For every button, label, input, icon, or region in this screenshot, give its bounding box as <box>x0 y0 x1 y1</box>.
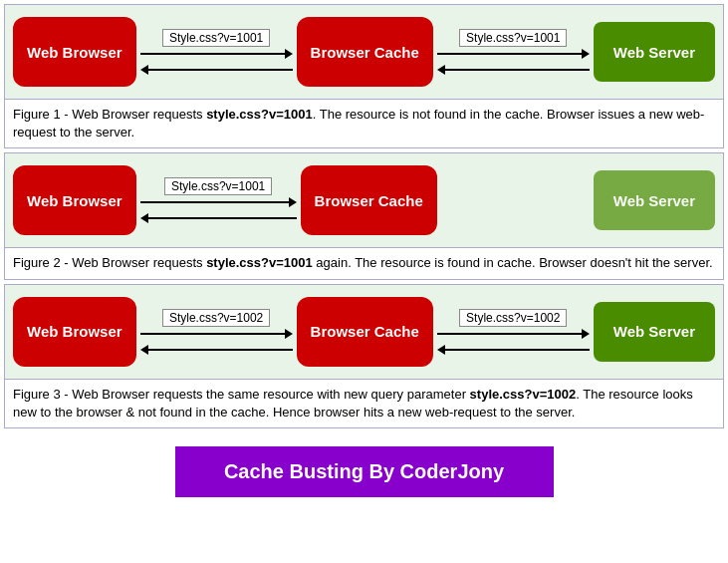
server-arrowhead-left-1 <box>437 65 445 75</box>
web-server-box-1: Web Server <box>594 22 715 82</box>
figure-1-caption: Figure 1 - Web Browser requests style.cs… <box>5 99 723 147</box>
server-arrowhead-left-3 <box>437 345 445 355</box>
figure-2-diagram: Web Browser Style.css?v=1001 Browser Cac… <box>5 153 723 247</box>
server-arrow-label-1: Style.css?v=1001 <box>459 29 567 47</box>
server-line-right-1 <box>437 53 582 55</box>
line-right-1 <box>140 53 285 55</box>
arrowhead-left-2 <box>140 213 148 223</box>
web-browser-box-3: Web Browser <box>13 297 136 367</box>
caption-2-text: - Web Browser requests <box>61 255 206 270</box>
web-server-label-2: Web Server <box>613 192 695 209</box>
right-arrow-1 <box>140 49 293 59</box>
browser-cache-arrows-2: Style.css?v=1001 <box>136 177 301 223</box>
left-arrow-1 <box>140 65 293 75</box>
server-arrows-3: Style.css?v=1002 <box>433 309 594 355</box>
server-line-left-1 <box>445 69 590 71</box>
right-arrow-3 <box>140 329 293 339</box>
arrowhead-right-3 <box>285 329 293 339</box>
figure-3-caption: Figure 3 - Web Browser requests the same… <box>5 379 723 427</box>
line-left-1 <box>148 69 293 71</box>
browser-cache-label-3: Browser Cache <box>311 323 419 340</box>
left-arrow-3 <box>140 345 293 355</box>
figure-3-section: Web Browser Style.css?v=1002 Browser Cac… <box>4 284 724 428</box>
server-left-arrow-3 <box>437 345 590 355</box>
browser-cache-arrows-3: Style.css?v=1002 <box>136 309 297 355</box>
cache-busting-banner: Cache Busting By CoderJony <box>175 446 554 497</box>
banner-text: Cache Busting By CoderJony <box>224 460 504 482</box>
line-right-3 <box>140 333 285 335</box>
left-arrow-2 <box>140 213 297 223</box>
server-line-right-3 <box>437 333 582 335</box>
server-left-arrow-1 <box>437 65 590 75</box>
caption-3-prefix: Figure 3 <box>13 387 61 402</box>
arrowhead-right-2 <box>289 197 297 207</box>
web-server-box-2: Web Server <box>594 170 715 230</box>
right-arrow-2 <box>140 197 297 207</box>
arrow-label-group-3: Style.css?v=1002 <box>140 309 293 339</box>
arrow-label-1: Style.css?v=1001 <box>162 29 270 47</box>
caption-3-bold: style.css?v=1002 <box>470 387 577 402</box>
caption-2-bold: style.css?v=1001 <box>206 255 313 270</box>
server-right-arrow-3 <box>437 329 590 339</box>
web-server-label-1: Web Server <box>613 44 695 61</box>
arrow-label-group-1: Style.css?v=1001 <box>140 29 293 59</box>
server-arrow-label-group-1: Style.css?v=1001 <box>437 29 590 59</box>
caption-1-text: - Web Browser requests <box>61 107 206 122</box>
browser-cache-arrows-1: Style.css?v=1001 <box>136 29 297 75</box>
server-arrowhead-right-3 <box>582 329 590 339</box>
caption-1-prefix: Figure 1 <box>13 107 61 122</box>
browser-cache-box-1: Browser Cache <box>297 17 433 87</box>
arrowhead-left-1 <box>140 65 148 75</box>
browser-cache-label-1: Browser Cache <box>311 44 419 61</box>
figure-2-section: Web Browser Style.css?v=1001 Browser Cac… <box>4 152 724 279</box>
line-right-2 <box>140 201 289 203</box>
caption-3-text: - Web Browser requests the same resource… <box>61 387 470 402</box>
server-arrows-1: Style.css?v=1001 <box>433 29 594 75</box>
web-browser-label-3: Web Browser <box>27 323 122 340</box>
web-server-box-3: Web Server <box>594 302 715 362</box>
web-browser-box-1: Web Browser <box>13 17 136 87</box>
arrow-label-3: Style.css?v=1002 <box>162 309 270 327</box>
caption-2-suffix: again. The resource is found in cache. B… <box>313 255 713 270</box>
web-browser-box-2: Web Browser <box>13 165 136 235</box>
server-arrowhead-right-1 <box>582 49 590 59</box>
browser-cache-label-2: Browser Cache <box>315 192 423 209</box>
server-right-arrow-1 <box>437 49 590 59</box>
browser-cache-box-2: Browser Cache <box>301 165 437 235</box>
web-browser-label-2: Web Browser <box>27 192 122 209</box>
caption-2-prefix: Figure 2 <box>13 255 61 270</box>
web-browser-label-1: Web Browser <box>27 44 122 61</box>
banner-container: Cache Busting By CoderJony <box>0 446 728 497</box>
browser-cache-box-3: Browser Cache <box>297 297 433 367</box>
arrow-label-2: Style.css?v=1001 <box>164 177 272 195</box>
figure-3-diagram: Web Browser Style.css?v=1002 Browser Cac… <box>5 285 723 379</box>
arrowhead-left-3 <box>140 345 148 355</box>
line-left-2 <box>148 217 297 219</box>
server-arrow-label-group-3: Style.css?v=1002 <box>437 309 590 339</box>
server-arrow-label-3: Style.css?v=1002 <box>459 309 567 327</box>
arrow-label-group-2: Style.css?v=1001 <box>140 177 297 207</box>
figure-1-diagram: Web Browser Style.css?v=1001 Brows <box>5 5 723 99</box>
web-server-label-3: Web Server <box>613 323 695 340</box>
figure-1-section: Web Browser Style.css?v=1001 Brows <box>4 4 724 148</box>
arrowhead-right-1 <box>285 49 293 59</box>
caption-1-bold: style.css?v=1001 <box>206 107 313 122</box>
line-left-3 <box>148 349 293 351</box>
server-line-left-3 <box>445 349 590 351</box>
figure-2-caption: Figure 2 - Web Browser requests style.cs… <box>5 247 723 278</box>
